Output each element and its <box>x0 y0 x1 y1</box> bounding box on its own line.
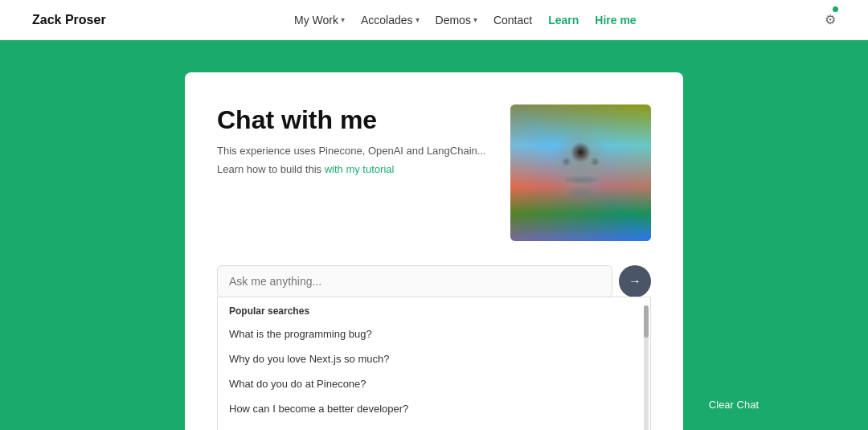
chevron-down-icon: ▾ <box>341 15 345 24</box>
settings-button[interactable]: ⚙ <box>825 12 836 27</box>
search-dropdown: Popular searches What is the programming… <box>217 297 651 430</box>
dropdown-list: What is the programming bug? Why do you … <box>218 321 650 430</box>
search-submit-button[interactable]: → <box>619 265 651 297</box>
clear-chat-button[interactable]: Clear Chat <box>696 391 772 419</box>
list-item[interactable]: What is the programming bug? <box>218 321 650 346</box>
notification-dot <box>833 6 838 12</box>
main-content: Chat with me This experience uses Pineco… <box>0 40 868 430</box>
nav-link-my-work[interactable]: My Work ▾ <box>294 14 345 27</box>
nav-link-demos[interactable]: Demos ▾ <box>436 14 477 27</box>
scrollbar-thumb[interactable] <box>644 305 649 338</box>
hero-text: Chat with me This experience uses Pineco… <box>217 104 494 175</box>
chevron-down-icon: ▾ <box>416 15 420 24</box>
list-item[interactable]: How can I become a better developer? <box>218 396 650 421</box>
nav-link-hire-me[interactable]: Hire me <box>595 14 636 27</box>
hero-description: This experience uses Pinecone, OpenAI an… <box>217 145 494 157</box>
scrollbar[interactable] <box>644 305 649 430</box>
dropdown-header: Popular searches <box>218 297 650 321</box>
list-item[interactable]: Why do you love Next.js so much? <box>218 346 650 371</box>
list-item[interactable]: What do you do at Pinecone? <box>218 371 650 396</box>
search-input[interactable] <box>217 265 612 297</box>
chevron-down-icon: ▾ <box>473 15 477 24</box>
hero-portrait <box>510 104 651 241</box>
navbar: Zack Proser My Work ▾ Accolades ▾ Demos … <box>0 0 868 40</box>
search-section: → Popular searches What is the programmi… <box>217 265 651 430</box>
hero-section: Chat with me This experience uses Pineco… <box>217 104 651 241</box>
nav-link-contact[interactable]: Contact <box>493 14 532 27</box>
nav-link-learn[interactable]: Learn <box>548 14 579 27</box>
nav-logo[interactable]: Zack Proser <box>32 13 106 27</box>
content-card: Chat with me This experience uses Pineco… <box>185 72 683 430</box>
hero-link-line: Learn how to build this with my tutorial <box>217 163 494 175</box>
nav-link-accolades[interactable]: Accolades ▾ <box>361 14 420 27</box>
page-title: Chat with me <box>217 104 494 135</box>
search-row: → <box>217 265 651 297</box>
arrow-right-icon: → <box>628 274 641 289</box>
nav-links: My Work ▾ Accolades ▾ Demos ▾ Contact Le… <box>294 14 637 27</box>
tutorial-link[interactable]: with my tutorial <box>325 163 395 175</box>
gear-icon: ⚙ <box>825 12 836 27</box>
list-item[interactable]: What is ggshield and why is it important… <box>218 421 650 430</box>
